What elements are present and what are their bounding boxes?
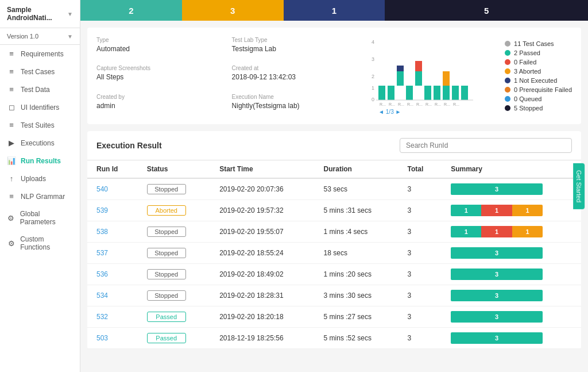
total-cell: 3 [399, 200, 442, 221]
table-row[interactable]: 538Stopped2019-02-20 19:55:071 mins :4 s… [87, 221, 581, 243]
start-time-cell: 2019-02-20 19:57:32 [210, 200, 314, 221]
sidebar-item-label: Test Cases [21, 68, 55, 76]
get-started-tab[interactable]: Get Started [573, 163, 585, 209]
sidebar-item-label: Test Suites [21, 121, 55, 129]
summary-cell: 3 [442, 178, 581, 200]
sidebar-item-requirements[interactable]: ≡ Requirements [0, 45, 80, 63]
legend-dot [505, 105, 510, 111]
summary-bar-segment: 1 [481, 226, 512, 237]
sidebar-item-executions[interactable]: ▶ Executions [0, 134, 80, 152]
table-column-header: Summary [442, 160, 581, 178]
summary-bar: 3 [451, 247, 543, 259]
table-row[interactable]: 534Stopped2019-02-20 18:28:313 mins :30 … [87, 285, 581, 306]
sidebar-item-label: Uploads [21, 175, 46, 183]
status-badge: Stopped [147, 227, 186, 237]
summary-bar: 111 [451, 205, 543, 216]
status-cell: Stopped [138, 264, 210, 285]
search-run-id-input[interactable] [400, 138, 572, 153]
status-badge: Passed [147, 312, 186, 322]
svg-text:0: 0 [372, 97, 374, 102]
exec-name-field: Execution Name Nightly(Testsigma lab) [232, 94, 356, 115]
sidebar-item-uploads[interactable]: ↑ Uploads [0, 170, 80, 187]
list-icon: ≡ [7, 49, 16, 58]
type-label: Type [96, 37, 220, 43]
duration-cell: 1 mins :20 secs [315, 264, 399, 285]
sidebar-item-test-data[interactable]: ≡ Test Data [0, 80, 80, 98]
table-header: Run IdStatusStart TimeDurationTotalSumma… [87, 160, 581, 178]
svg-rect-9 [406, 86, 413, 100]
svg-text:R...: R... [389, 102, 395, 106]
project-selector[interactable]: Sample AndroidNati... ▼ [0, 0, 80, 28]
execution-chart: 4 3 2 1 0 [367, 37, 493, 115]
svg-rect-7 [397, 71, 404, 86]
top-bar: 2315 [80, 0, 588, 21]
sidebar-item-label: Test Data [21, 86, 50, 94]
summary-bar: 3 [451, 311, 543, 323]
version-label: Version 1.0 [7, 33, 38, 40]
summary-cell: 3 [442, 264, 581, 285]
table-row[interactable]: 536Stopped2019-02-20 18:49:021 mins :20 … [87, 264, 581, 285]
duration-cell: 3 mins :30 secs [315, 285, 399, 306]
start-time-cell: 2019-02-20 18:55:24 [210, 243, 314, 264]
status-cell: Stopped [138, 221, 210, 243]
sidebar-item-test-suites[interactable]: ≡ Test Suites [0, 116, 80, 134]
box-icon: ◻ [7, 103, 16, 112]
version-selector[interactable]: Version 1.0 ▼ [0, 28, 80, 45]
svg-text:R...: R... [425, 102, 432, 106]
start-time-cell: 2019-02-20 18:20:18 [210, 306, 314, 328]
duration-cell: 18 secs [315, 243, 399, 264]
sidebar-item-label: Custom Functions [20, 235, 73, 251]
top-bar-segment[interactable]: 1 [284, 0, 385, 21]
svg-rect-12 [424, 86, 431, 100]
test-lab-type-value: Testsigma Lab [232, 45, 276, 53]
duration-cell: 5 mins :52 secs [315, 328, 399, 349]
total-cell: 3 [399, 221, 442, 243]
list-icon: ≡ [7, 192, 16, 201]
sidebar-item-run-results[interactable]: 📊 Run Results [0, 152, 80, 170]
table-row[interactable]: 537Stopped2019-02-20 18:55:2418 secs33 [87, 243, 581, 264]
legend-item: 0 Queued [505, 95, 572, 102]
top-bar-segment[interactable]: 2 [80, 0, 182, 21]
summary-bar-segment: 3 [451, 311, 543, 323]
content-area: Type Automated Test Lab Type Testsigma L… [80, 21, 588, 372]
legend-dot [505, 78, 510, 83]
start-time-cell: 2019-02-20 19:55:07 [210, 221, 314, 243]
total-cell: 3 [399, 328, 442, 349]
status-badge: Stopped [147, 184, 186, 194]
table-body: 540Stopped2019-02-20 20:07:3653 secs3353… [87, 178, 581, 349]
sidebar-item-ui-identifiers[interactable]: ◻ UI Identifiers [0, 98, 80, 116]
sidebar-item-test-cases[interactable]: ≡ Test Cases [0, 63, 80, 80]
execution-result-section: Execution Result Run IdStatusStart TimeD… [87, 131, 581, 349]
capture-screenshots-field: Capture Screenshots All Steps [96, 65, 220, 86]
summary-cell: 111 [442, 200, 581, 221]
summary-cell: 111 [442, 221, 581, 243]
svg-text:R...: R... [435, 102, 441, 106]
created-at-field: Created at 2018-09-12 13:42:03 [232, 65, 356, 86]
table-row[interactable]: 540Stopped2019-02-20 20:07:3653 secs33 [87, 178, 581, 200]
svg-text:R...: R... [380, 102, 386, 106]
sidebar-item-custom-functions[interactable]: ⚙ Custom Functions [0, 231, 80, 256]
sidebar: Sample AndroidNati... ▼ Version 1.0 ▼ ≡ … [0, 0, 80, 372]
svg-rect-11 [415, 61, 422, 71]
sidebar-item-global-parameters[interactable]: ⚙ Global Parameters [0, 205, 80, 231]
table-row[interactable]: 532Passed2019-02-20 18:20:185 mins :27 s… [87, 306, 581, 328]
sidebar-item-label: NLP Grammar [21, 193, 65, 201]
sidebar-item-label: Executions [21, 139, 55, 147]
legend-dot [505, 41, 510, 47]
summary-bar: 3 [451, 183, 543, 195]
table-row[interactable]: 539Aborted2019-02-20 19:57:325 mins :31 … [87, 200, 581, 221]
run-id-cell: 539 [87, 200, 138, 221]
top-bar-segment[interactable]: 5 [385, 0, 588, 21]
top-bar-segment[interactable]: 3 [182, 0, 284, 21]
status-cell: Stopped [138, 243, 210, 264]
run-id-cell: 503 [87, 328, 138, 349]
summary-bar-segment: 1 [481, 205, 512, 216]
svg-text:R...: R... [444, 102, 450, 106]
run-id-cell: 534 [87, 285, 138, 306]
chart-pagination[interactable]: ◄ 1/3 ► [367, 109, 493, 115]
table-row[interactable]: 503Passed2018-12-19 18:25:565 mins :52 s… [87, 328, 581, 349]
sidebar-item-nlp-grammar[interactable]: ≡ NLP Grammar [0, 187, 80, 205]
chevron-down-icon: ▼ [67, 11, 73, 17]
gear-icon: ⚙ [7, 239, 16, 248]
sidebar-item-label: Requirements [21, 50, 64, 58]
